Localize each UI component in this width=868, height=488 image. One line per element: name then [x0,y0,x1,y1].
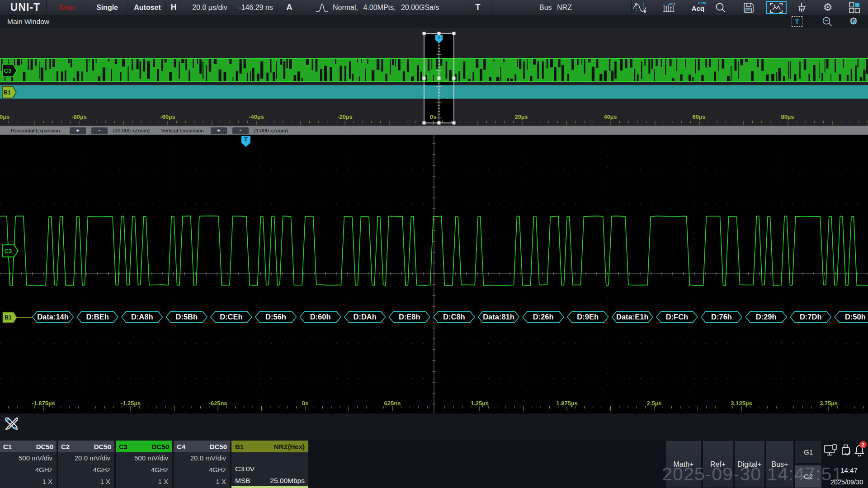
channel-name: C4 [177,443,185,450]
bus-decode-frame: D:60h [299,311,341,323]
overview-c3-tag[interactable]: C3 [2,64,17,77]
zoom-window-handle[interactable] [423,122,426,125]
overview-axis-label: -20µs [327,113,363,120]
overview-axis-label: 60µs [681,113,717,120]
bus-panel-b1[interactable]: B1 NRZ(Hex) C3:0V MSB 25.00Mbps [231,441,308,488]
cursor-measure-icon[interactable]: A B [632,0,648,15]
zoom-window-handle[interactable] [453,122,456,125]
acquisition-summary[interactable]: Normal, 4.00MPts, 20.00GSa/s [333,0,455,15]
autoset-button[interactable]: Autoset [128,0,166,15]
zoom-window-handle[interactable] [453,77,456,80]
bus-decode-frame: D:26h [522,311,564,323]
zoom-window-handle[interactable] [438,32,441,35]
trigger-summary[interactable]: Bus NRZ [524,0,587,15]
bus-panel-source: C3:0V [235,465,255,473]
bus-decode-frame: D:A8h [121,311,163,323]
remote-display-icon[interactable] [824,444,837,459]
channel-panel-c1[interactable]: C1DC50500 mV/div4GHz1 X [0,441,57,488]
bus-decode-frame: D:50h [834,311,868,323]
toolbar-separator [46,1,47,14]
toolbar-separator [127,1,127,14]
trigger-position-flag[interactable]: T [241,135,251,148]
overview-axis-label: -80µs [61,113,97,120]
run-stop-button[interactable]: Stop [50,0,84,15]
hzoom-value: (32.000 xZoom) [113,126,150,135]
notification-badge[interactable]: 2 [859,441,867,448]
channel-scale: 500 mV/div [116,452,172,464]
svg-text:A: A [635,2,637,5]
hzoom-minus-button[interactable]: - [91,127,108,134]
c3-channel-tag[interactable]: C3 [2,244,19,258]
main-axis-label: 1.25µs [459,400,500,407]
bus-decode-frame: D:E8h [388,311,430,323]
horizontal-expansion-label: Horizontal Expansion [11,126,60,135]
pulse-icon [314,0,330,15]
zoom-window-handle[interactable] [438,122,441,125]
svg-text:B: B [644,10,646,13]
zoom-window-handle[interactable] [423,32,426,35]
annotation-pencils-icon[interactable] [5,417,19,431]
fft-icon[interactable]: FFT [660,0,677,15]
overview-axis-label: 40µs [592,113,628,120]
search-icon[interactable] [712,0,729,15]
window-header-bar: Main Window T ⚙ [0,15,868,28]
svg-text:FFT: FFT [670,2,676,5]
bus-panel-settings: MSB 25.00Mbps [235,477,305,485]
overview-canvas: TC3B1 [0,28,868,126]
settings-gear-icon[interactable]: ⚙ [820,0,836,15]
main-axis-label: 625ns [372,400,413,407]
channel-panel-c2[interactable]: C2DC5020.0 mV/div4GHz1 X [58,441,114,488]
zoom-out-icon[interactable] [822,16,833,27]
vzoom-plus-button[interactable]: + [211,127,227,134]
channel-name: C2 [61,443,70,450]
channel-probe: 1 X [0,476,57,488]
c3-waveform [0,135,868,413]
hzoom-plus-button[interactable]: + [70,127,86,134]
main-axis-label: 0s [285,400,326,407]
channel-panel-c3[interactable]: C3DC50500 mV/div4GHz1 X [116,441,172,488]
bus-connector-line [17,317,32,318]
bus-decode-frame: D:76h [701,311,743,323]
trigger-badge[interactable]: T [472,0,484,15]
bus-decode-frame: D:56h [255,311,297,323]
overview-axis-label: 0s [415,113,451,120]
main-axis-label: 2.5µs [634,400,675,407]
bus-decode-frame: D:FCh [656,311,698,323]
grid-g1-tab[interactable]: G1 [795,441,822,464]
clear-brush-icon[interactable] [794,0,810,15]
single-button[interactable]: Single [89,0,126,15]
horizontal-badge[interactable]: H [167,0,180,15]
save-icon[interactable] [741,0,757,15]
ultra-acq-icon[interactable]: Ultra Acq [689,0,707,15]
svg-text:T: T [438,35,440,40]
display-settings-gear-icon[interactable]: ⚙ [848,16,859,27]
window-layout-icon[interactable] [846,0,863,15]
timebase-value[interactable]: 20.0 µs/div [184,0,235,15]
main-graticule[interactable]: T C3 B1 Data:14hD:BEhD:A8hD:5BhD:CEhD:56… [0,135,868,413]
overview-axis-label: -60µs [150,113,186,120]
svg-text:C3: C3 [4,67,12,74]
screenshot-icon[interactable] [766,1,787,14]
channel-panel-c4[interactable]: C4DC5020.0 mV/div4GHz1 X [174,441,230,488]
overview-axis-label: 80µs [769,113,806,120]
bus-panel-accent-strip [231,486,308,488]
main-axis-label: 3.125µs [721,400,762,407]
bus-decode-frame: Data:E1h [611,311,653,323]
zoom-window-handle[interactable] [453,32,456,35]
horizontal-offset-value[interactable]: -146.29 ns [235,0,277,15]
b1-bus-tag[interactable]: B1 [2,311,18,324]
channel-probe: 1 X [58,476,114,488]
bus-bit-order: MSB [235,477,250,485]
trigger-label-icon[interactable]: T [792,16,802,27]
waveform-overview[interactable]: TC3B1 0µs-80µs-60µs-40µs-20µs0s20µs40µs6… [0,28,868,126]
toolbar-separator [165,1,166,14]
vzoom-minus-button[interactable]: - [232,127,249,134]
overview-axis-label: -40µs [238,113,274,120]
bus-decode-frame: D:BEh [76,311,118,323]
zoom-window-handle[interactable] [423,77,426,80]
top-toolbar: UNI-T Stop Single Autoset H 20.0 µs/div … [0,0,868,15]
usb-device-icon[interactable] [840,444,852,460]
zoom-window-handle[interactable] [438,77,441,80]
channel-scale: 20.0 mV/div [58,452,114,464]
acquire-badge[interactable]: A [283,0,296,15]
